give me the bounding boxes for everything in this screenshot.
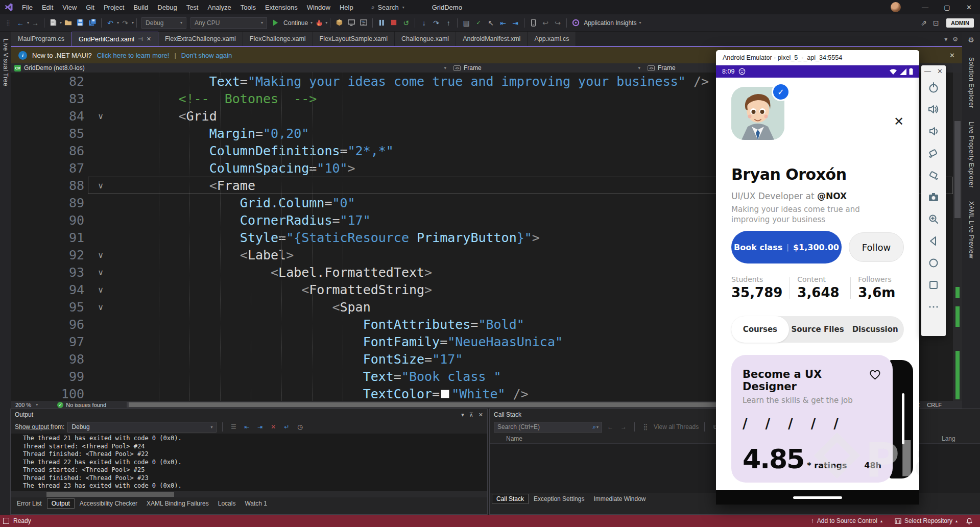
- view-all-threads-button[interactable]: View all Threads: [654, 423, 699, 430]
- learn-more-link[interactable]: Click here to learn more!: [97, 52, 170, 59]
- tab-FlexLayoutSample.xaml[interactable]: FlexLayoutSample.xaml: [313, 32, 395, 46]
- close-icon[interactable]: ✕: [479, 412, 483, 418]
- application-insights-button[interactable]: Application Insights: [584, 19, 636, 27]
- bottom-tab-locals[interactable]: Locals: [214, 499, 240, 508]
- continue-button[interactable]: Continue: [283, 19, 308, 27]
- device-phone-icon[interactable]: [528, 17, 539, 29]
- forward-arrow-icon[interactable]: →: [618, 423, 629, 430]
- heart-icon[interactable]: [869, 368, 881, 381]
- step-over-icon[interactable]: ↷: [431, 17, 442, 29]
- menu-item-file[interactable]: File: [17, 4, 37, 11]
- book-class-button[interactable]: Book class | $1,300.00: [731, 231, 842, 264]
- document-outline-icon[interactable]: ▤: [461, 17, 472, 29]
- nuget-package-icon[interactable]: [333, 17, 345, 29]
- zoom-icon[interactable]: [922, 208, 945, 230]
- window-close-button[interactable]: ✕: [958, 0, 980, 14]
- emulator-title-bar[interactable]: Android Emulator - pixel_5_-_api_34:5554: [716, 50, 919, 65]
- bottom-tab-exception-settings[interactable]: Exception Settings: [530, 494, 588, 504]
- indent-icon[interactable]: ⇥: [510, 17, 521, 29]
- tab-Challengue.xaml[interactable]: Challengue.xaml: [395, 32, 456, 46]
- volume-up-icon[interactable]: [922, 98, 945, 120]
- menu-item-window[interactable]: Window: [302, 4, 335, 11]
- fold-chevron-icon[interactable]: ∨: [84, 268, 117, 277]
- app-tab-discussion[interactable]: Discussion: [846, 325, 904, 334]
- restart-icon[interactable]: ↺: [400, 17, 412, 29]
- word-wrap-icon[interactable]: ↵: [281, 423, 292, 430]
- undo-icon[interactable]: ↶: [105, 17, 116, 29]
- tab-GridPerfilCard.xaml[interactable]: GridPerfilCard.xaml⊣✕: [71, 32, 158, 46]
- open-folder-icon[interactable]: [62, 17, 74, 29]
- chevron-down-icon[interactable]: ▾: [27, 20, 29, 25]
- step-out-icon[interactable]: ↑: [443, 17, 454, 29]
- pointer-icon[interactable]: ↖: [485, 17, 496, 29]
- chevron-down-icon[interactable]: ▾: [60, 20, 62, 25]
- menu-item-test[interactable]: Test: [182, 4, 203, 11]
- emulator-minimize-icon[interactable]: —: [924, 67, 931, 75]
- timestamp-icon[interactable]: ◷: [295, 423, 305, 430]
- tab-list-chevron-icon[interactable]: ▾: [944, 36, 947, 43]
- menu-item-view[interactable]: View: [58, 4, 81, 11]
- more-icon[interactable]: [922, 296, 945, 318]
- gear-icon[interactable]: ⚙: [968, 36, 974, 44]
- chevron-down-icon[interactable]: ▾: [325, 20, 327, 25]
- back-arrow-icon[interactable]: ←: [605, 423, 615, 430]
- pin-icon[interactable]: ⊼: [469, 412, 473, 418]
- column-header-name[interactable]: Name: [506, 435, 522, 442]
- fold-chevron-icon[interactable]: ∨: [84, 250, 117, 260]
- step-into-icon[interactable]: ↓: [418, 17, 429, 29]
- rotate-right-icon[interactable]: [922, 164, 945, 186]
- column-header-language[interactable]: Lang: [942, 435, 960, 442]
- fold-chevron-icon[interactable]: ∨: [84, 285, 117, 295]
- right-rail-tab-xaml-live-preview[interactable]: XAML Live Preview: [968, 201, 975, 258]
- rotate-left-icon[interactable]: [922, 142, 945, 164]
- live-visual-tree-icon[interactable]: [358, 17, 369, 29]
- line-ending-indicator[interactable]: CRLF: [927, 402, 942, 408]
- tab-FlexExtraChallenge.xaml[interactable]: FlexExtraChallenge.xaml: [158, 32, 243, 46]
- fold-chevron-icon[interactable]: ∨: [84, 302, 117, 312]
- select-repository-button[interactable]: Select Repository ▴: [891, 517, 962, 524]
- tab-AndroidManifest.xml[interactable]: AndroidManifest.xml: [456, 32, 528, 46]
- previous-message-icon[interactable]: ⇤: [242, 423, 252, 430]
- clear-all-icon[interactable]: ✕: [268, 423, 278, 430]
- editor-vertical-scrollbar[interactable]: [953, 73, 962, 401]
- overview-icon[interactable]: [922, 274, 945, 296]
- back-icon[interactable]: [922, 230, 945, 252]
- menu-item-edit[interactable]: Edit: [37, 4, 58, 11]
- android-emulator-window[interactable]: Android Emulator - pixel_5_-_api_34:5554…: [716, 50, 919, 505]
- bottom-tab-watch-1[interactable]: Watch 1: [241, 499, 271, 508]
- tab-MauiProgram.cs[interactable]: MauiProgram.cs: [11, 32, 71, 46]
- outdent-icon[interactable]: ⇤: [497, 17, 509, 29]
- app-tab-courses[interactable]: Courses: [731, 316, 789, 343]
- project-dropdown[interactable]: C# GridDemo (net8.0-ios) ▾: [11, 63, 450, 73]
- dont-show-again-link[interactable]: Don't show again: [181, 52, 232, 59]
- menu-item-git[interactable]: Git: [81, 4, 99, 11]
- right-rail-tab-solution-explorer[interactable]: Solution Explorer: [968, 57, 975, 108]
- nav-right-icon[interactable]: ↪: [552, 17, 563, 29]
- chevron-down-icon[interactable]: ▾: [310, 20, 313, 25]
- output-source-dropdown[interactable]: Debug▾: [67, 422, 217, 433]
- course-card[interactable]: Become a UX Designer Learn the skills & …: [731, 355, 893, 483]
- search-box[interactable]: ⌕ Search ▾: [371, 4, 404, 11]
- app-tab-source-files[interactable]: Source Files: [789, 325, 847, 334]
- bottom-tab-call-stack[interactable]: Call Stack: [492, 494, 529, 504]
- camera-icon[interactable]: [922, 186, 945, 208]
- cpu-config-dropdown[interactable]: Any CPU▾: [190, 17, 267, 29]
- emulator-close-icon[interactable]: ✕: [937, 67, 943, 75]
- menu-item-tools[interactable]: Tools: [236, 4, 260, 11]
- toolbar-grip[interactable]: ⣿: [3, 17, 14, 29]
- menu-item-analyze[interactable]: Analyze: [203, 4, 235, 11]
- live-share-icon[interactable]: ⇗: [918, 17, 929, 29]
- nav-backward-icon[interactable]: ←: [15, 17, 26, 29]
- device-window-icon[interactable]: [346, 17, 357, 29]
- bottom-tab-immediate-window[interactable]: Immediate Window: [589, 494, 650, 504]
- nav-forward-icon[interactable]: →: [30, 17, 41, 29]
- menu-item-extensions[interactable]: Extensions: [260, 4, 302, 11]
- message-levels-icon[interactable]: ☰: [228, 423, 238, 430]
- chevron-down-icon[interactable]: ▾: [117, 20, 119, 25]
- live-visual-tree-tab[interactable]: Live Visual Tree: [2, 39, 9, 86]
- notifications-bell-icon[interactable]: [966, 517, 973, 525]
- infobar-close-icon[interactable]: ✕: [949, 52, 955, 59]
- menu-item-project[interactable]: Project: [99, 4, 129, 11]
- right-rail-tab-live-property-explorer[interactable]: Live Property Explorer: [968, 122, 975, 188]
- save-icon[interactable]: [75, 17, 86, 29]
